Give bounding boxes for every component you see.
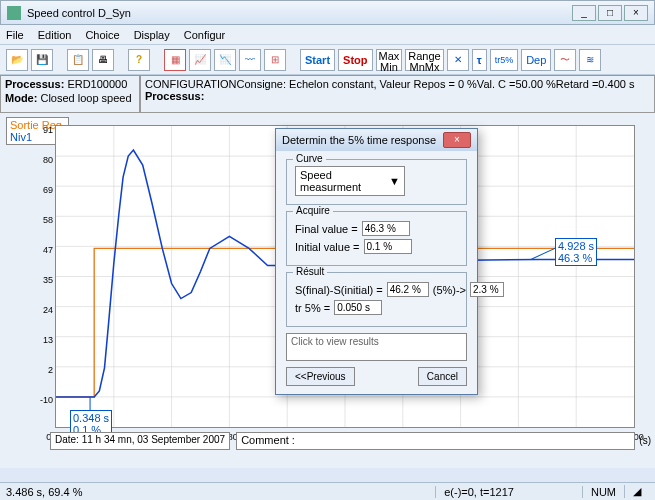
status-left: 3.486 s, 69.4 % [6, 486, 82, 498]
save-icon[interactable]: 💾 [31, 49, 53, 71]
print-icon[interactable]: 🖶 [92, 49, 114, 71]
chart3-icon[interactable]: 📉 [214, 49, 236, 71]
toolbar: 📂 💾 📋 🖶 ? ▦ 📈 📉 〰 ⊞ Start Stop MaxMin Ra… [0, 45, 655, 75]
chart1-icon[interactable]: ▦ [164, 49, 186, 71]
status-grip-icon: ◢ [624, 485, 649, 498]
info-strip: Processus: ERD100000 Mode: Closed loop s… [0, 75, 655, 113]
annotation-2: 4.928 s46.3 % [555, 238, 597, 266]
comment-box[interactable]: Comment : [236, 432, 635, 450]
y-tick: -10 [35, 395, 53, 405]
tr-button[interactable]: tr5% [490, 49, 519, 71]
initial-value-input[interactable] [364, 239, 412, 254]
status-mid: e(-)=0, t=1217 [435, 486, 522, 498]
date-box: Date: 11 h 34 mn, 03 September 2007 [50, 432, 230, 450]
dep-button[interactable]: Dep [521, 49, 551, 71]
dialog-titlebar[interactable]: Determin the 5% time response × [276, 129, 477, 151]
view-results-box[interactable]: Click to view results [286, 333, 467, 361]
minmax-button[interactable]: MaxMin [376, 49, 403, 71]
previous-button[interactable]: <<Previous [286, 367, 355, 386]
crosshair-icon[interactable]: ✕ [447, 49, 469, 71]
chevron-down-icon: ▼ [389, 175, 400, 187]
final-value-input[interactable] [362, 221, 410, 236]
status-num: NUM [582, 486, 624, 498]
y-tick: 58 [35, 215, 53, 225]
wave1-icon[interactable]: 〜 [554, 49, 576, 71]
curve-select[interactable]: Speed measurment▼ [295, 166, 405, 196]
y-tick: 91 [35, 125, 53, 135]
config-box: CONFIGURATIONConsigne: Echelon constant,… [140, 75, 655, 113]
axes-icon[interactable]: ⊞ [264, 49, 286, 71]
maximize-button[interactable]: □ [598, 5, 622, 21]
y-tick: 69 [35, 185, 53, 195]
copy-icon[interactable]: 📋 [67, 49, 89, 71]
wave2-icon[interactable]: ≋ [579, 49, 601, 71]
app-icon [7, 6, 21, 20]
y-tick: 35 [35, 275, 53, 285]
start-button[interactable]: Start [300, 49, 335, 71]
minimize-button[interactable]: _ [572, 5, 596, 21]
dialog-time-response: Determin the 5% time response × Curve Sp… [275, 128, 478, 395]
status-bar: 3.486 s, 69.4 % e(-)=0, t=1217 NUM ◢ [0, 482, 655, 500]
cancel-button[interactable]: Cancel [418, 367, 467, 386]
help-icon[interactable]: ? [128, 49, 150, 71]
range-button[interactable]: RangeMnMx [405, 49, 443, 71]
menu-file[interactable]: File [6, 29, 24, 41]
window-titlebar: Speed control D_Syn _ □ × [0, 0, 655, 25]
dialog-close-icon[interactable]: × [443, 132, 471, 148]
y-tick: 24 [35, 305, 53, 315]
dialog-title: Determin the 5% time response [282, 134, 436, 146]
stop-button[interactable]: Stop [338, 49, 372, 71]
menu-choice[interactable]: Choice [85, 29, 119, 41]
menu-configur[interactable]: Configur [184, 29, 226, 41]
y-tick: 2 [35, 365, 53, 375]
tr-value-input[interactable] [334, 300, 382, 315]
y-tick: 47 [35, 245, 53, 255]
bottom-bar: Date: 11 h 34 mn, 03 September 2007 Comm… [50, 432, 635, 450]
y-tick: 80 [35, 155, 53, 165]
menu-edition[interactable]: Edition [38, 29, 72, 41]
fieldset-curve: Curve Speed measurment▼ [286, 159, 467, 205]
menu-display[interactable]: Display [134, 29, 170, 41]
chart2-icon[interactable]: 📈 [189, 49, 211, 71]
menu-bar: File Edition Choice Display Configur [0, 25, 655, 45]
fieldset-result: Résult S(final)-S(initial) = (5%)-> tr 5… [286, 272, 467, 327]
window-title: Speed control D_Syn [27, 7, 131, 19]
y-tick: 13 [35, 335, 53, 345]
diff-value-input[interactable] [387, 282, 429, 297]
chart4-icon[interactable]: 〰 [239, 49, 261, 71]
process-box: Processus: ERD100000 Mode: Closed loop s… [0, 75, 140, 113]
close-button[interactable]: × [624, 5, 648, 21]
x-axis-unit: (s) [639, 435, 651, 446]
fieldset-acquire: Acquire Final value = Initial value = [286, 211, 467, 266]
pct-value-input[interactable] [470, 282, 504, 297]
open-icon[interactable]: 📂 [6, 49, 28, 71]
tau-button[interactable]: τ [472, 49, 487, 71]
